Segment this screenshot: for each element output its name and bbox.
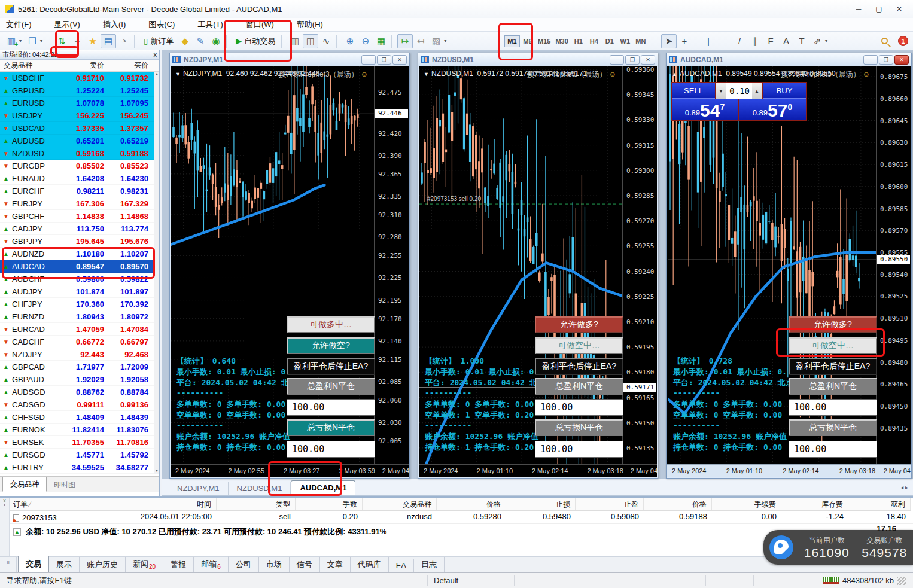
- zoom-in-icon[interactable]: ⊕: [342, 34, 358, 48]
- orders-column-11[interactable]: 获利: [848, 498, 911, 510]
- terminal-tab-账户历史[interactable]: 账户历史: [80, 557, 126, 572]
- sell-price[interactable]: 0.89547: [672, 99, 739, 120]
- ea-amount-input[interactable]: [789, 441, 877, 458]
- orders-column-8[interactable]: 价格: [644, 498, 712, 510]
- line-chart-icon[interactable]: ∿: [318, 34, 334, 48]
- strategy-tester-icon[interactable]: ◔: [116, 34, 132, 48]
- ea-button-3[interactable]: 总盈利N平仓: [287, 378, 375, 395]
- chart-minimize-button[interactable]: ─: [610, 55, 624, 65]
- market-row-EURCAD[interactable]: ▼EURCAD1.470591.47084: [0, 323, 155, 336]
- chart-restore-button[interactable]: ❐: [625, 55, 640, 65]
- terminal-tab-展示[interactable]: 展示: [49, 557, 80, 572]
- navigator-icon[interactable]: ★: [85, 34, 101, 48]
- candlestick-icon[interactable]: ◫: [303, 34, 318, 48]
- orders-column-3[interactable]: 手数: [296, 498, 363, 510]
- market-row-USDJPY[interactable]: ▼USDJPY156.225156.245: [0, 109, 155, 122]
- orders-column-5[interactable]: 价格: [437, 498, 506, 510]
- minimize-button[interactable]: ─: [848, 2, 869, 16]
- terminal-grip[interactable]: x⁞: [0, 498, 10, 557]
- shapes-tool-icon-dropdown[interactable]: ▾: [825, 38, 830, 44]
- ea-amount-input[interactable]: [535, 441, 623, 458]
- mw-tab-交易品种[interactable]: 交易品种: [2, 477, 47, 492]
- tab-scroll-arrows[interactable]: ◂ ▸: [900, 484, 908, 490]
- market-row-CADSGD[interactable]: ▼CADSGD0.991110.99136: [0, 398, 155, 411]
- market-row-EURGBP[interactable]: ▼EURGBP0.855020.85523: [0, 160, 155, 172]
- resize-grip[interactable]: [897, 577, 906, 585]
- ea-button-0[interactable]: 允许做多?: [535, 316, 623, 333]
- ea-button-3[interactable]: 总盈利N平仓: [789, 378, 877, 395]
- chart-title-bar[interactable]: NZDUSD,M1 ─ ❐ ✕: [418, 53, 658, 66]
- orders-column-0[interactable]: 订单 ∕: [10, 498, 111, 510]
- fibonacci-tool-icon[interactable]: F: [763, 34, 778, 48]
- timeframe-H1[interactable]: H1: [571, 35, 586, 47]
- orders-column-10[interactable]: 库存费: [781, 498, 848, 510]
- orders-column-7[interactable]: 止盈: [576, 498, 644, 510]
- menu-item-6[interactable]: 帮助(H): [296, 18, 331, 31]
- terminal-tab-交易[interactable]: 交易: [18, 556, 49, 572]
- column-symbol[interactable]: 交易品种: [0, 60, 65, 71]
- menu-item-0[interactable]: 文件(F): [5, 18, 40, 31]
- market-row-EURTRY[interactable]: ▲EURTRY34.5952534.68277: [0, 461, 155, 474]
- market-row-EURNZD[interactable]: ▲EURNZD1.809431.80972: [0, 310, 155, 323]
- ea-button-3[interactable]: 总盈利N平仓: [535, 378, 623, 395]
- volume-down-button[interactable]: ▼: [716, 83, 726, 99]
- orders-column-1[interactable]: 时间: [111, 498, 217, 510]
- notification-badge[interactable]: 1: [898, 36, 908, 46]
- ea-amount-input[interactable]: [789, 399, 877, 416]
- terminal-icon[interactable]: ▤: [101, 34, 116, 48]
- metaquotes-icon[interactable]: ✎: [193, 34, 208, 48]
- zoom-out-icon[interactable]: ⊖: [358, 34, 373, 48]
- ea-button-2[interactable]: 盈利平仓后停止EA?: [287, 358, 375, 375]
- timeframe-D1[interactable]: D1: [602, 35, 617, 47]
- chart-close-button[interactable]: ✕: [392, 55, 407, 65]
- search-icon[interactable]: [877, 34, 892, 48]
- maximize-button[interactable]: ▢: [869, 2, 889, 16]
- order-close-icon[interactable]: x: [911, 511, 913, 523]
- vertical-line-tool-icon[interactable]: |: [701, 34, 716, 48]
- templates-icon-dropdown[interactable]: ▾: [444, 38, 449, 44]
- mw-tab-即时图[interactable]: 即时图: [47, 478, 83, 492]
- ea-amount-input[interactable]: [287, 441, 375, 458]
- ea-button-1[interactable]: 可做空中…: [535, 337, 623, 354]
- volume-input[interactable]: [726, 83, 752, 99]
- terminal-tab-代码库[interactable]: 代码库: [351, 557, 389, 572]
- column-bid[interactable]: 卖价: [65, 60, 109, 71]
- orders-column-9[interactable]: 手续费: [712, 498, 781, 510]
- market-row-NZDJPY[interactable]: ▼NZDJPY92.44392.468: [0, 348, 155, 361]
- chart-close-button[interactable]: ✕: [894, 55, 909, 65]
- chart-shift-icon[interactable]: ↤: [413, 34, 428, 48]
- chart-body[interactable]: ▼NZDUSD,M1 0.59172 0.59174 0.59171 0.591…: [419, 66, 657, 477]
- volume-up-button[interactable]: ▲: [752, 83, 762, 99]
- ea-amount-input[interactable]: [287, 399, 375, 416]
- menu-item-2[interactable]: 插入(I): [102, 18, 134, 31]
- terminal-tab-邮箱[interactable]: 邮箱6: [194, 556, 229, 572]
- order-row[interactable]: 209731532024.05.01 22:05:00sell0.20nzdus…: [10, 511, 913, 524]
- ea-button-5[interactable]: 总亏损N平仓: [789, 419, 877, 436]
- chart-minimize-button[interactable]: ─: [361, 55, 376, 65]
- terminal-tab-文章[interactable]: 文章: [320, 557, 351, 572]
- sell-button[interactable]: SELL: [672, 83, 715, 99]
- shapes-tool-icon[interactable]: ⇗: [809, 34, 825, 48]
- terminal-tab-EA[interactable]: EA: [389, 559, 414, 572]
- market-row-AUDJPY[interactable]: ▲AUDJPY101.874101.897: [0, 285, 155, 298]
- market-row-USDCAD[interactable]: ▼USDCAD1.373351.37357: [0, 122, 155, 135]
- channel-tool-icon[interactable]: ∥: [747, 34, 763, 48]
- market-row-GBPCAD[interactable]: ▲GBPCAD1.719771.72009: [0, 361, 155, 373]
- new-chart-icon-dropdown[interactable]: ▾: [19, 38, 25, 44]
- market-row-EURCHF[interactable]: ▲EURCHF0.982110.98231: [0, 185, 155, 197]
- market-row-CHFSGD[interactable]: ▲CHFSGD1.484091.48439: [0, 411, 155, 424]
- terminal-tab-新闻[interactable]: 新闻20: [126, 556, 163, 572]
- market-row-EURSEK[interactable]: ▼EURSEK11.7035511.70816: [0, 436, 155, 449]
- ea-button-2[interactable]: 盈利平仓后停止EA?: [535, 358, 623, 375]
- ea-amount-input[interactable]: [535, 399, 623, 416]
- ea-button-0[interactable]: 可做多中…: [287, 316, 375, 333]
- ea-button-5[interactable]: 总亏损N平仓: [535, 419, 623, 436]
- metaeditor-icon[interactable]: ◆: [177, 34, 193, 48]
- orders-column-6[interactable]: 止损: [506, 498, 576, 510]
- orders-column-4[interactable]: 交易品种: [363, 498, 437, 510]
- timeframe-W1[interactable]: W1: [617, 35, 633, 47]
- new-order-button[interactable]: ▯新订单: [140, 34, 177, 48]
- market-row-EURUSD[interactable]: ▲EURUSD1.070781.07095: [0, 97, 155, 109]
- label-tool-icon[interactable]: T: [794, 34, 809, 48]
- cursor-tool-icon[interactable]: ➤: [661, 34, 677, 48]
